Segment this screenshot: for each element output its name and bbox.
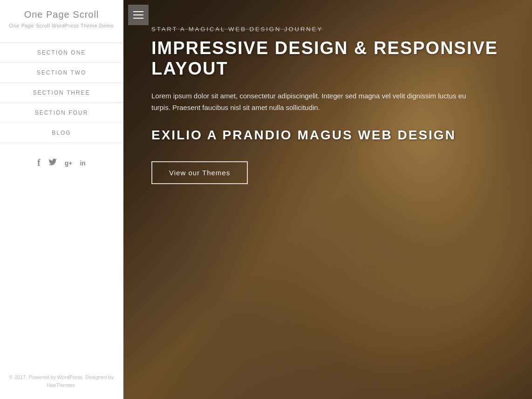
hamburger-line-2 — [133, 14, 143, 15]
sidebar-nav: SECTION ONE SECTION TWO SECTION THREE SE… — [0, 42, 123, 143]
sidebar-footer: © 2017, Powered by WordPress. Designed b… — [0, 373, 123, 390]
google-plus-icon[interactable]: g+ — [65, 159, 73, 167]
hero-content: START A MAGICAL WEB DESIGN JOURNEY IMPRE… — [151, 26, 504, 184]
linkedin-icon[interactable]: in — [80, 159, 85, 167]
site-logo: One Page Scroll — [24, 9, 99, 20]
hero-section: START A MAGICAL WEB DESIGN JOURNEY IMPRE… — [123, 0, 532, 399]
site-tagline: One Page Scroll WordPress Theme Demo — [9, 23, 114, 28]
hero-subtitle: START A MAGICAL WEB DESIGN JOURNEY — [151, 26, 504, 33]
facebook-icon[interactable]: f — [37, 158, 41, 168]
twitter-icon[interactable] — [48, 157, 57, 169]
sidebar-item-section-three[interactable]: SECTION THREE — [0, 83, 123, 103]
hamburger-menu-button[interactable] — [128, 5, 149, 25]
hero-tagline: EXILIO A PRANDIO MAGUS WEB DESIGN — [151, 128, 504, 143]
social-links: f g+ in — [37, 157, 86, 169]
sidebar-item-section-two[interactable]: SECTION TWO — [0, 62, 123, 83]
hero-title: IMPRESSIVE DESIGN & RESPONSIVE LAYOUT — [151, 38, 504, 79]
sidebar-item-blog[interactable]: BLOG — [0, 123, 123, 143]
hamburger-line-1 — [133, 11, 143, 12]
hero-cta-button[interactable]: View our Themes — [151, 161, 248, 184]
sidebar: One Page Scroll One Page Scroll WordPres… — [0, 0, 123, 399]
sidebar-item-section-four[interactable]: SECTION FOUR — [0, 103, 123, 123]
sidebar-item-section-one[interactable]: SECTION ONE — [0, 42, 123, 62]
hero-description: Lorem ipsum dolor sit amet, consectetur … — [151, 90, 487, 114]
hamburger-line-3 — [133, 18, 143, 19]
